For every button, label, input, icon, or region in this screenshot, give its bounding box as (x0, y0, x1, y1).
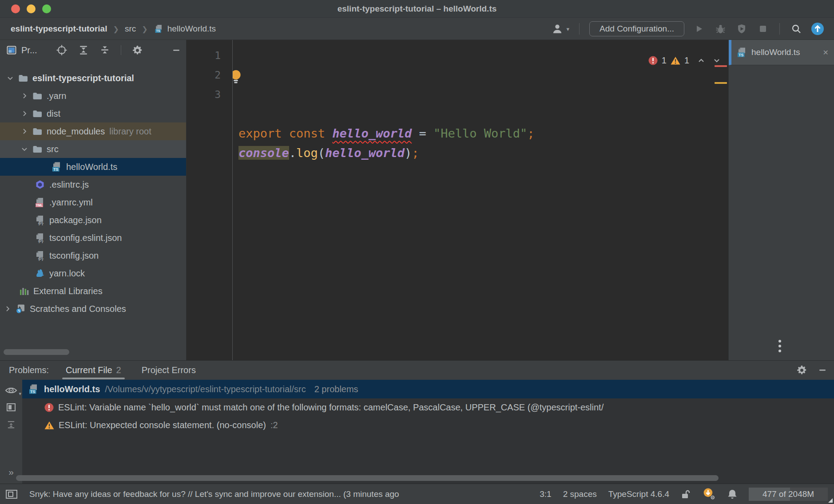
run-icon[interactable] (692, 22, 706, 35)
line-number[interactable]: 3 (187, 85, 221, 104)
locate-icon[interactable] (56, 44, 68, 56)
file-name: helloWorld.ts (44, 384, 100, 394)
breadcrumb-separator: ❯ (113, 25, 119, 33)
breadcrumb-item-eslint-typescript-tutorial[interactable]: eslint-typescript-tutorial (11, 24, 107, 34)
line-number-gutter[interactable]: 123 (187, 40, 233, 360)
typescript-version[interactable]: TypeScript 4.6.4 (608, 489, 669, 499)
next-problem-icon[interactable] (713, 58, 720, 63)
problems-file-row[interactable]: TS helloWorld.ts /Volumes/v/yytypescript… (22, 380, 834, 398)
line-number[interactable]: 1 (187, 46, 221, 65)
add-configuration-button[interactable]: Add Configuration... (589, 21, 684, 36)
warning-icon (44, 421, 54, 429)
error-stripe-mark[interactable] (715, 65, 727, 67)
breadcrumb-item-src[interactable]: src (125, 24, 136, 34)
view-options-icon[interactable]: ▾ (5, 386, 17, 395)
tree-item-helloworld-ts[interactable]: TShelloWorld.ts (0, 158, 186, 176)
expand-collapse-icon[interactable] (6, 420, 16, 429)
problems-body: ▾ » TS helloWorld.ts /Volumes/v/yytypesc… (0, 380, 834, 484)
caret-position[interactable]: 3:1 (540, 489, 551, 499)
main-area: Pr... eslint-typescript-tutorial.yarndis… (0, 40, 834, 360)
coverage-icon[interactable] (735, 22, 748, 35)
tree-item-label: eslint-typescript-tutorial (32, 73, 134, 83)
tree-item-tsconfig-eslint-json[interactable]: {}tsconfig.eslint.json (0, 229, 186, 247)
debug-icon[interactable] (714, 22, 727, 35)
warning-icon (671, 56, 680, 65)
status-message[interactable]: Snyk: Have any ideas or feedback for us?… (29, 489, 531, 499)
chevron-right-icon[interactable] (4, 305, 12, 312)
warning-stripe-mark[interactable] (715, 82, 727, 84)
editor[interactable]: 123 export const hello_world = "Hello Wo… (187, 40, 728, 360)
indent-style[interactable]: 2 spaces (563, 489, 597, 499)
code-area[interactable]: export const hello_world = "Hello World"… (233, 40, 728, 360)
line-number[interactable]: 2 (187, 65, 221, 85)
project-panel-title[interactable]: Pr... (21, 45, 37, 55)
collapse-all-icon[interactable] (99, 45, 110, 55)
intention-bulb-icon[interactable] (233, 69, 242, 84)
tree-item-eslintrc-js[interactable]: .eslintrc.js (0, 176, 186, 193)
svg-text:}: } (41, 220, 44, 226)
sync-status-icon[interactable] (702, 487, 716, 501)
tree-item-yarnrc-yml[interactable]: YML.yarnrc.yml (0, 193, 186, 211)
search-icon[interactable] (790, 22, 803, 35)
tool-window-switcher-icon[interactable] (5, 489, 18, 500)
svg-text:TS: TS (53, 167, 58, 172)
editor-tab-label: helloWorld.ts (751, 47, 800, 57)
tree-item-label: External Libraries (33, 286, 103, 296)
resize-grip[interactable] (828, 498, 833, 503)
problem-item-warning[interactable]: ESLint: Unexpected console statement. (n… (22, 416, 834, 434)
tab-current-file[interactable]: Current File 2 (66, 365, 121, 375)
libraries-icon (19, 286, 29, 296)
more-options-icon[interactable] (778, 340, 781, 352)
tree-item-dist[interactable]: dist (0, 105, 186, 122)
tree-item-eslint-typescript-tutorial[interactable]: eslint-typescript-tutorial (0, 69, 186, 87)
folder-icon (32, 126, 43, 137)
chevron-right-icon[interactable] (20, 92, 28, 99)
titlebar[interactable]: eslint-typescript-tutorial – helloWorld.… (0, 0, 834, 18)
lock-icon[interactable] (681, 489, 691, 500)
previous-problem-icon[interactable] (698, 58, 705, 63)
close-icon[interactable]: ✕ (823, 48, 829, 57)
chevron-right-icon[interactable] (20, 128, 28, 135)
editor-tab-helloworld[interactable]: TS helloWorld.ts ✕ (729, 40, 834, 65)
user-icon[interactable] (551, 22, 564, 35)
chevron-down-icon: ▾ (19, 391, 21, 397)
eye-icon (5, 386, 17, 395)
tree-item-yarn[interactable]: .yarn (0, 87, 186, 105)
problem-item-error[interactable]: ESLint: Variable name `hello_world` must… (22, 398, 834, 416)
breadcrumb-item-helloworld-ts[interactable]: TShelloWorld.ts (154, 24, 216, 34)
code-line-1[interactable]: export const hello_world = "Hello World"… (238, 124, 728, 143)
folder-icon (32, 108, 43, 119)
inspection-widget[interactable]: 1 1 (648, 51, 720, 70)
hide-icon[interactable] (173, 49, 180, 51)
svg-text:YML: YML (36, 204, 43, 207)
tree-item-package-json[interactable]: {}package.json (0, 211, 186, 229)
memory-indicator[interactable]: 477 of 2048M (749, 488, 828, 501)
project-tree-hscrollbar[interactable] (4, 349, 69, 355)
problems-settings-icon[interactable] (796, 365, 807, 376)
problem-text: ESLint: Unexpected console statement. (n… (59, 420, 266, 430)
tree-item-node-modules[interactable]: node_moduleslibrary root (0, 122, 186, 140)
chevron-down-icon[interactable] (6, 75, 14, 82)
svg-text:}: } (41, 256, 44, 261)
tree-item-scratches-and-consoles[interactable]: Scratches and Consoles (0, 300, 186, 318)
notifications-icon[interactable] (727, 489, 737, 500)
code-token: log (296, 146, 318, 160)
tree-item-tsconfig-json[interactable]: {}tsconfig.json (0, 247, 186, 264)
tree-item-yarn-lock[interactable]: yarn.lock (0, 264, 186, 282)
hide-panel-icon[interactable] (819, 369, 826, 371)
tree-item-src[interactable]: src (0, 140, 186, 158)
stop-icon[interactable] (756, 22, 770, 35)
tree-item-external-libraries[interactable]: External Libraries (0, 282, 186, 300)
folder-icon (32, 91, 43, 101)
open-in-preview-icon[interactable] (6, 402, 16, 413)
code-line-2[interactable]: console.log(hello_world); (238, 143, 728, 163)
expand-all-icon[interactable] (78, 45, 89, 55)
chevron-right-icon[interactable] (20, 110, 28, 117)
ide-window: eslint-typescript-tutorial – helloWorld.… (0, 0, 834, 504)
tree-item-hint: library root (109, 126, 151, 137)
problems-hscrollbar[interactable] (16, 475, 719, 481)
chevron-down-icon[interactable] (20, 146, 28, 153)
update-icon[interactable] (811, 22, 824, 35)
settings-icon[interactable] (132, 45, 143, 56)
tab-project-errors[interactable]: Project Errors (142, 365, 196, 375)
